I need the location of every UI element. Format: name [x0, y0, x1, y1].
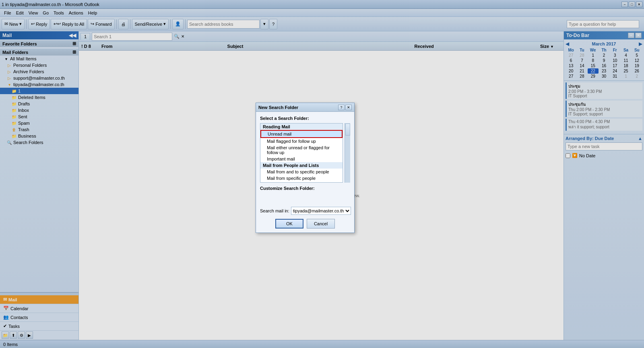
- search-folder-list[interactable]: Reading Mail Unread mail Mail flagged fo…: [260, 123, 343, 183]
- dialog-buttons: OK Cancel: [260, 219, 350, 229]
- dialog-help-button[interactable]: ?: [338, 105, 345, 110]
- new-search-folder-dialog: New Search Folder ? ✕ Select a Search Fo…: [256, 103, 355, 233]
- sf-item-flagged[interactable]: Mail flagged for follow up: [260, 138, 343, 144]
- sf-item-from-and-to[interactable]: Mail from and to specific people: [260, 169, 343, 175]
- sf-item-unread-mail[interactable]: Unread mail: [260, 130, 343, 138]
- sf-item-important[interactable]: Important mail: [260, 156, 343, 162]
- dialog-close-button[interactable]: ✕: [345, 105, 352, 110]
- group-people-lists: Mail from People and Lists: [260, 162, 343, 169]
- dialog-body: Select a Search Folder: Reading Mail Unr…: [256, 112, 354, 233]
- sf-item-sent-directly[interactable]: Mail sent directly to me: [260, 181, 343, 183]
- search-mail-row: Search mail in: tipyada@mailmaster.co.th: [260, 207, 350, 215]
- dialog-controls: ? ✕: [338, 105, 352, 110]
- group-reading-mail: Reading Mail: [260, 124, 343, 130]
- sf-item-from-specific[interactable]: Mail from specific people: [260, 175, 343, 181]
- list-scrollbar[interactable]: [345, 123, 350, 183]
- dialog-titlebar: New Search Folder ? ✕: [256, 103, 354, 112]
- dialog-overlay: New Search Folder ? ✕ Select a Search Fo…: [0, 0, 644, 348]
- search-mail-select[interactable]: tipyada@mailmaster.co.th: [291, 207, 351, 215]
- scroll-thumb[interactable]: [345, 124, 350, 136]
- dialog-ok-button[interactable]: OK: [275, 219, 303, 229]
- dialog-cancel-button[interactable]: Cancel: [307, 219, 335, 229]
- dialog-list-container: Reading Mail Unread mail Mail flagged fo…: [260, 123, 350, 183]
- sf-item-unread-or-flagged[interactable]: Mail either unread or flagged for follow…: [260, 144, 343, 156]
